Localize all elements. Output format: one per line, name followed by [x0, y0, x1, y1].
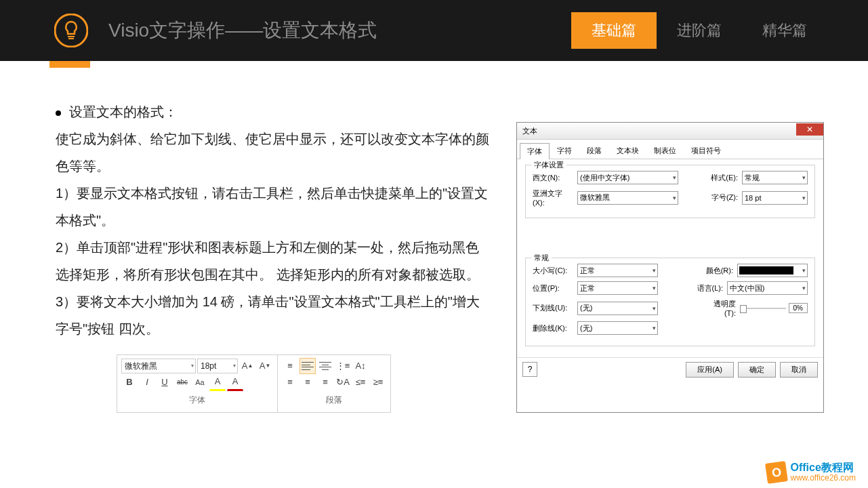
highlight-button[interactable]: A — [209, 373, 226, 391]
dialog-titlebar[interactable]: 文本 ✕ — [517, 123, 823, 140]
header: Visio文字操作——设置文本格式 基础篇 进阶篇 精华篇 — [0, 0, 868, 61]
brand-icon: O — [765, 461, 788, 484]
accent-stripe — [49, 61, 90, 68]
svg-point-0 — [55, 14, 87, 47]
size-combo[interactable]: 18 pt — [742, 191, 808, 205]
trans-label: 透明度(T): — [705, 299, 736, 317]
font-size-combo[interactable]: 18pt — [197, 359, 238, 373]
style-label: 样式(E): — [707, 173, 738, 183]
align-top-button[interactable]: ≡ — [282, 374, 298, 390]
general-group: 常规 大小写(C): 正常 颜色(R): 位置(P): 正常 语言(L): 中文… — [525, 258, 815, 346]
group-label-font: 字体设置 — [531, 160, 566, 170]
underline-label: 下划线(U): — [533, 303, 573, 313]
italic-button[interactable]: I — [139, 374, 155, 390]
align-left-button[interactable] — [299, 358, 316, 374]
nav-tabs: 基础篇 进阶篇 精华篇 — [571, 12, 827, 49]
dlg-tab-font[interactable]: 字体 — [520, 143, 550, 159]
rotate-button[interactable]: ↻A — [335, 374, 351, 390]
align-center-button[interactable] — [317, 358, 333, 374]
brand-url: www.office26.com — [791, 474, 856, 483]
tab-advanced[interactable]: 进阶篇 — [657, 12, 742, 49]
position-label: 位置(P): — [533, 283, 573, 293]
dialog-title: 文本 — [522, 126, 537, 136]
dlg-tab-tab[interactable]: 制表位 — [646, 142, 684, 159]
shrink-font-button[interactable]: A▼ — [257, 358, 273, 374]
asian-label: 亚洲文字(X): — [533, 188, 573, 207]
strike-combo[interactable]: (无) — [577, 321, 658, 335]
dlg-tab-para[interactable]: 段落 — [579, 142, 609, 159]
bullets-button[interactable]: ≡ — [282, 358, 298, 374]
strike-button[interactable]: abc — [174, 374, 190, 390]
bullet-icon — [56, 110, 61, 116]
text-dialog: 文本 ✕ 字体 字符 段落 文本块 制表位 项目符号 字体设置 西文(N): (… — [516, 122, 824, 413]
western-label: 西文(N): — [533, 173, 573, 183]
cancel-button[interactable]: 取消 — [780, 362, 818, 378]
brand-name: Office教程网 — [791, 462, 856, 474]
font-color-button[interactable]: A — [227, 373, 243, 391]
dialog-tabs: 字体 字符 段落 文本块 制表位 项目符号 — [517, 140, 823, 159]
numbering-button[interactable]: ⋮≡ — [335, 358, 351, 374]
style-combo[interactable]: 常规 — [742, 171, 808, 184]
size-label: 字号(Z): — [707, 192, 738, 203]
lightbulb-icon — [51, 10, 91, 51]
western-font-combo[interactable]: (使用中文字体) — [577, 171, 678, 184]
position-combo[interactable]: 正常 — [577, 281, 658, 295]
step-3: 3）要将文本大小增加为 14 磅，请单击"设置文本格式"工具栏上的"增大字号"按… — [56, 288, 489, 342]
trans-value: 0% — [789, 303, 808, 313]
font-settings-group: 字体设置 西文(N): (使用中文字体) 样式(E): 常规 亚洲文字(X): … — [525, 165, 815, 218]
group-paragraph-label: 段落 — [282, 390, 386, 409]
case-label: 大小写(C): — [533, 266, 573, 276]
tab-essence[interactable]: 精华篇 — [742, 12, 827, 49]
font-family-combo[interactable]: 微软雅黑 — [121, 359, 196, 373]
close-icon[interactable]: ✕ — [796, 123, 823, 136]
case-combo[interactable]: 正常 — [577, 264, 658, 277]
color-combo[interactable] — [737, 264, 808, 277]
transparency-slider[interactable]: 0% — [740, 303, 808, 313]
lang-label: 语言(L): — [692, 283, 723, 293]
group-font-label: 字体 — [121, 390, 273, 409]
asian-font-combo[interactable]: 微软雅黑 — [577, 191, 678, 205]
increase-indent-button[interactable]: ≥≡ — [370, 374, 386, 390]
dlg-tab-block[interactable]: 文本块 — [609, 142, 646, 159]
color-label: 颜色(R): — [702, 266, 733, 276]
underline-button[interactable]: U — [157, 374, 173, 390]
paragraph-intro: 使它成为斜体、给它加下划线、使它居中显示，还可以改变文本字体的颜色等等。 — [56, 125, 489, 180]
bold-button[interactable]: B — [121, 374, 138, 390]
apply-button[interactable]: 应用(A) — [686, 362, 734, 378]
align-bottom-button[interactable]: ≡ — [317, 374, 333, 390]
step-1: 1）要显示文本格式按钮，请右击工具栏，然后单击快捷菜单上的"设置文本格式"。 — [56, 180, 489, 234]
section-heading: 设置文本的格式： — [69, 104, 178, 119]
dlg-tab-char[interactable]: 字符 — [550, 142, 579, 159]
case-button[interactable]: Aa — [192, 374, 208, 390]
dlg-tab-bullet[interactable]: 项目符号 — [684, 142, 728, 159]
group-label-general: 常规 — [531, 253, 552, 263]
footer-brand: O Office教程网 www.office26.com — [766, 462, 856, 483]
lang-combo[interactable]: 中文(中国) — [727, 281, 808, 295]
help-button[interactable]: ? — [522, 362, 537, 377]
decrease-indent-button[interactable]: ≤≡ — [352, 374, 369, 390]
ok-button[interactable]: 确定 — [738, 362, 776, 378]
format-toolbar: 微软雅黑 18pt A▲ A▼ B I U abc Aa A A 字体 — [117, 354, 391, 413]
step-2: 2）单击顶部"进程"形状和图表标题上方和左侧的某一处，然后拖动黑色选择矩形，将所… — [56, 234, 489, 288]
tab-basic[interactable]: 基础篇 — [571, 12, 657, 49]
text-direction-button[interactable]: A↕ — [352, 358, 369, 374]
instruction-text: 设置文本的格式： 使它成为斜体、给它加下划线、使它居中显示，还可以改变文本字体的… — [56, 98, 489, 413]
grow-font-button[interactable]: A▲ — [239, 358, 255, 374]
align-middle-button[interactable]: ≡ — [299, 374, 316, 390]
page-title: Visio文字操作——设置文本格式 — [108, 18, 377, 43]
strike-label: 删除线(K): — [533, 323, 573, 333]
underline-combo[interactable]: (无) — [577, 302, 658, 315]
